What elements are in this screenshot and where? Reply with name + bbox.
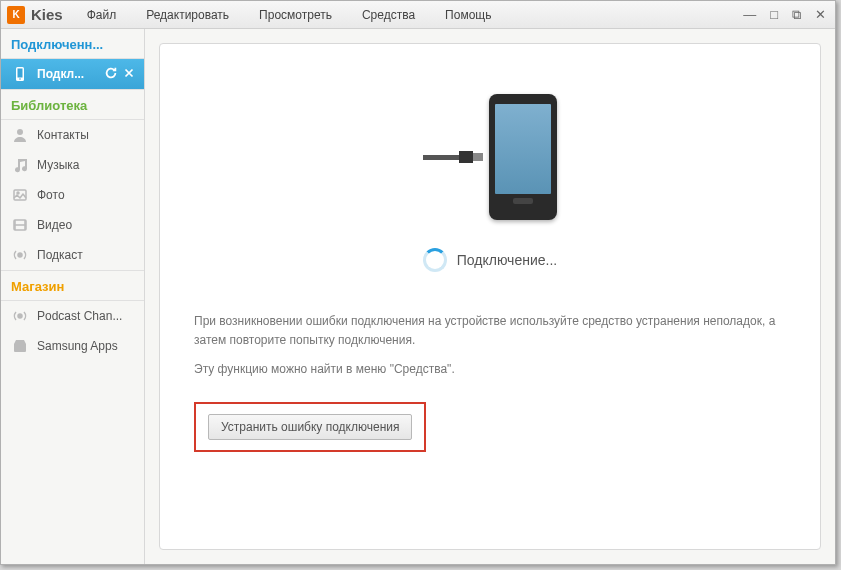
sidebar-item-samsung-apps[interactable]: Samsung Apps [1,331,144,361]
minimize-button[interactable]: — [740,7,759,23]
svg-rect-1 [18,69,23,78]
sidebar-item-label: Подкл... [37,67,84,81]
main-area: Подключение... При возникновении ошибки … [145,29,835,564]
usb-cable-icon [423,151,483,163]
menu-help[interactable]: Помощь [445,8,491,22]
contacts-icon [11,126,29,144]
podcast-icon [11,246,29,264]
sidebar-item-device[interactable]: Подкл... [1,59,144,89]
menu-file[interactable]: Файл [87,8,117,22]
podcast-channel-icon [11,307,29,325]
video-icon [11,216,29,234]
menu-tools[interactable]: Средства [362,8,415,22]
fix-highlight: Устранить ошибку подключения [194,402,426,452]
sidebar-item-music[interactable]: Музыка [1,150,144,180]
sidebar-header-connected: Подключенн... [1,29,144,59]
apps-icon [11,337,29,355]
window-controls: — □ ⧉ ✕ [740,7,829,23]
app-window: K Kies Файл Редактировать Просмотреть Ср… [0,0,836,565]
photo-icon [11,186,29,204]
svg-point-3 [17,129,23,135]
menu-edit[interactable]: Редактировать [146,8,229,22]
main-menu: Файл Редактировать Просмотреть Средства … [87,8,740,22]
restore-button[interactable]: ⧉ [789,7,804,23]
sidebar-item-photo[interactable]: Фото [1,180,144,210]
sidebar-item-podcast-channel[interactable]: Podcast Chan... [1,301,144,331]
hint-line-1: При возникновении ошибки подключения на … [194,312,786,350]
spinner-icon [423,248,447,272]
disconnect-icon[interactable] [122,66,136,83]
svg-point-8 [18,314,22,318]
menu-view[interactable]: Просмотреть [259,8,332,22]
connection-panel: Подключение... При возникновении ошибки … [159,43,821,550]
body: Подключенн... Подкл... Библиотека [1,29,835,564]
sidebar-item-label: Музыка [37,158,79,172]
sidebar-item-contacts[interactable]: Контакты [1,120,144,150]
status-row: Подключение... [423,248,557,272]
refresh-icon[interactable] [104,66,118,83]
svg-point-2 [19,78,21,80]
sidebar: Подключенн... Подкл... Библиотека [1,29,145,564]
sidebar-item-label: Подкаст [37,248,83,262]
svg-point-5 [17,192,19,194]
phone-illustration-icon [489,94,557,220]
svg-point-7 [18,253,22,257]
status-text: Подключение... [457,252,557,268]
music-icon [11,156,29,174]
sidebar-item-label: Фото [37,188,65,202]
sidebar-header-library: Библиотека [1,89,144,120]
device-illustration [423,94,557,220]
titlebar: K Kies Файл Редактировать Просмотреть Ср… [1,1,835,29]
fix-connection-button[interactable]: Устранить ошибку подключения [208,414,412,440]
app-logo-icon: K [7,6,25,24]
sidebar-item-label: Видео [37,218,72,232]
app-name: Kies [31,6,63,23]
close-button[interactable]: ✕ [812,7,829,23]
sidebar-item-video[interactable]: Видео [1,210,144,240]
sidebar-item-label: Samsung Apps [37,339,118,353]
hint-text: При возникновении ошибки подключения на … [160,312,820,390]
sidebar-item-label: Podcast Chan... [37,309,122,323]
sidebar-item-label: Контакты [37,128,89,142]
hint-line-2: Эту функцию можно найти в меню "Средства… [194,360,786,379]
sidebar-header-store: Магазин [1,270,144,301]
phone-icon [11,65,29,83]
maximize-button[interactable]: □ [767,7,781,23]
sidebar-item-podcast[interactable]: Подкаст [1,240,144,270]
